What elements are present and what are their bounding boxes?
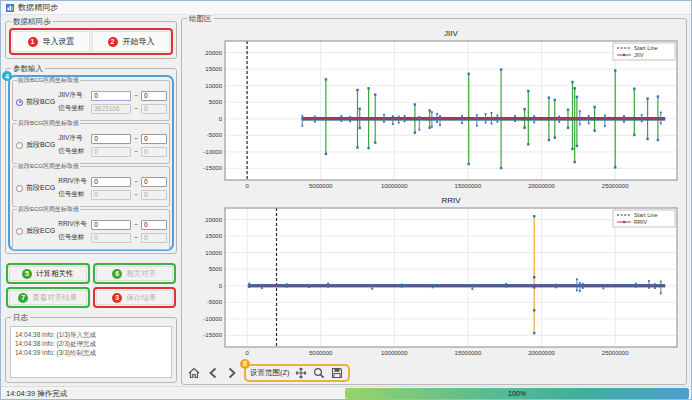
- signal-coord-label: 信号坐标: [58, 190, 88, 199]
- svg-text:5000000: 5000000: [309, 183, 333, 189]
- rear-ecg-section: 后段ECG区间坐标取值 后段ECG RRIV序号 ~: [12, 209, 170, 250]
- radio-dot[interactable]: [16, 99, 23, 106]
- svg-text:RRIV: RRIV: [634, 219, 647, 225]
- sync-group: 数据精同步 1 导入设置 2 开始导入: [5, 21, 177, 59]
- jiiv-index-from-input[interactable]: [91, 134, 131, 144]
- svg-text:Start Line: Start Line: [634, 45, 658, 51]
- tilde: ~: [134, 148, 138, 155]
- correlation-align-button[interactable]: 6 相关对齐: [96, 266, 174, 281]
- jiiv-index-to-input[interactable]: [141, 134, 167, 144]
- svg-text:-10000: -10000: [203, 316, 222, 322]
- compute-correlation-button[interactable]: 5 计算相关性: [9, 266, 87, 281]
- start-import-button[interactable]: 2 开始导入: [92, 31, 170, 52]
- badge-3: 3: [112, 293, 122, 303]
- front-bcg-radio[interactable]: 前段BCG: [16, 97, 58, 107]
- signal-coord-row: 信号坐标 ~: [58, 190, 167, 200]
- save-result-button[interactable]: 3 保存结果: [96, 290, 174, 305]
- svg-text:20000000: 20000000: [528, 183, 555, 189]
- svg-text:20000: 20000: [205, 217, 222, 223]
- rear-ecg-radio-label: 后段ECG: [26, 226, 55, 236]
- tilde: ~: [134, 92, 138, 99]
- save-result-box: 3 保存结果: [93, 287, 177, 308]
- signal-coord-to-input[interactable]: [141, 190, 167, 200]
- svg-text:JIIV: JIIV: [444, 29, 458, 38]
- front-ecg-section: 前段ECG区间坐标取值 前段ECG RRIV序号 ~: [12, 166, 170, 207]
- rriv-index-row: RRIV序号 ~: [58, 177, 167, 187]
- rear-bcg-radio-label: 后段BCG: [26, 140, 55, 150]
- jiiv-index-label: JIIV序号: [58, 134, 88, 143]
- log-line: 14:04:38 Info: (2/3)处理完成: [15, 339, 167, 348]
- rriv-index-row: RRIV序号 ~: [58, 220, 167, 230]
- svg-text:10000: 10000: [205, 250, 222, 256]
- svg-text:10000: 10000: [205, 83, 222, 89]
- signal-coord-from-input[interactable]: [91, 104, 131, 114]
- zoom-icon[interactable]: [312, 366, 326, 380]
- jiiv-index-from-input[interactable]: [91, 91, 131, 101]
- params-group: 参数输入 4 前段BCG区间坐标取值 前段BCG JIIV序号: [5, 68, 177, 254]
- svg-text:25000000: 25000000: [602, 350, 629, 356]
- signal-coord-from-input[interactable]: [91, 233, 131, 243]
- signal-coord-to-input[interactable]: [141, 104, 167, 114]
- back-icon[interactable]: [206, 366, 220, 380]
- import-settings-button[interactable]: 1 导入设置: [12, 31, 90, 52]
- badge-2: 2: [108, 37, 118, 47]
- view-align-result-box: 7 查看对齐结果: [6, 287, 90, 308]
- badge-6: 6: [112, 269, 122, 279]
- svg-text:0: 0: [245, 350, 249, 356]
- view-align-result-button[interactable]: 7 查看对齐结果: [9, 290, 87, 305]
- radio-dot[interactable]: [16, 228, 23, 235]
- rriv-chart[interactable]: 20000150001000050000-5000-10000-15000050…: [185, 194, 683, 361]
- front-ecg-radio[interactable]: 前段ECG: [16, 183, 58, 193]
- signal-coord-row: 信号坐标 ~: [58, 104, 167, 114]
- signal-coord-from-input[interactable]: [91, 190, 131, 200]
- log-group-label: 日志: [11, 313, 30, 322]
- rriv-index-label: RRIV序号: [58, 177, 88, 186]
- badge-4: 4: [2, 71, 12, 81]
- status-message: 14:04:39 操作完成: [6, 389, 345, 399]
- tilde: ~: [134, 191, 138, 198]
- save-result-label: 保存结果: [126, 293, 156, 303]
- badge-8: 8: [240, 359, 250, 369]
- rear-bcg-section-label: 后段BCG区间坐标取值: [17, 120, 80, 127]
- jiiv-index-row: JIIV序号 ~: [58, 134, 167, 144]
- radio-dot[interactable]: [16, 185, 23, 192]
- compute-correlation-box: 5 计算相关性: [6, 263, 90, 284]
- set-range-button[interactable]: 设置范围(Z): [250, 368, 290, 378]
- rear-ecg-radio[interactable]: 后段ECG: [16, 226, 58, 236]
- front-bcg-radio-label: 前段BCG: [26, 97, 55, 107]
- signal-coord-label: 信号坐标: [58, 233, 88, 242]
- correlation-align-box: 6 相关对齐: [93, 263, 177, 284]
- tilde: ~: [134, 135, 138, 142]
- svg-text:5000: 5000: [209, 266, 223, 272]
- rriv-index-to-input[interactable]: [141, 177, 167, 187]
- jiiv-chart[interactable]: 20000150001000050000-5000-10000-15000050…: [185, 27, 683, 194]
- signal-coord-to-input[interactable]: [141, 233, 167, 243]
- title-bar: 数据精同步: [1, 1, 691, 15]
- progress-label: 100%: [508, 390, 526, 397]
- app-icon: [6, 4, 14, 12]
- svg-text:15000000: 15000000: [455, 183, 482, 189]
- rear-bcg-section: 后段BCG区间坐标取值 后段BCG JIIV序号 ~: [12, 123, 170, 164]
- signal-coord-from-input[interactable]: [91, 147, 131, 157]
- plot-group-label: 绘图区: [187, 14, 214, 23]
- forward-icon[interactable]: [225, 366, 239, 380]
- badge-7: 7: [18, 293, 28, 303]
- plot-group: 绘图区 20000150001000050000-5000-10000-1500…: [181, 18, 687, 385]
- svg-text:RRIV: RRIV: [441, 196, 461, 205]
- rriv-index-to-input[interactable]: [141, 220, 167, 230]
- compute-correlation-label: 计算相关性: [36, 269, 74, 279]
- signal-coord-to-input[interactable]: [141, 147, 167, 157]
- rear-bcg-radio[interactable]: 后段BCG: [16, 140, 58, 150]
- rriv-index-from-input[interactable]: [91, 220, 131, 230]
- home-icon[interactable]: [187, 366, 201, 380]
- import-settings-label: 导入设置: [43, 36, 75, 47]
- params-highlight-box: 4 前段BCG区间坐标取值 前段BCG JIIV序号 ~: [8, 75, 174, 251]
- rriv-index-label: RRIV序号: [58, 220, 88, 229]
- log-output[interactable]: 14:04:38 Info: (1/3)导入完成 14:04:38 Info: …: [10, 326, 172, 378]
- rriv-index-from-input[interactable]: [91, 177, 131, 187]
- front-bcg-section-label: 前段BCG区间坐标取值: [17, 77, 80, 84]
- radio-dot[interactable]: [16, 142, 23, 149]
- save-icon[interactable]: [330, 366, 344, 380]
- jiiv-index-to-input[interactable]: [141, 91, 167, 101]
- pan-icon[interactable]: [294, 366, 308, 380]
